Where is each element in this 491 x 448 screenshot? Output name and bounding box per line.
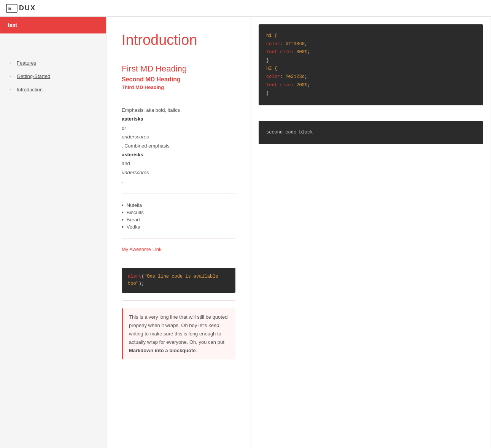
blockquote: This is a very long line that will still… <box>122 308 235 359</box>
chevron-right-icon: › <box>8 74 13 79</box>
code-text-2: second code block <box>266 130 313 135</box>
svg-text:⊠: ⊠ <box>8 6 11 11</box>
code-line: } <box>266 57 475 65</box>
blockquote-end: . <box>196 348 197 353</box>
code-line: font-size: 200%; <box>266 81 475 90</box>
chevron-right-icon: › <box>8 87 13 92</box>
divider-1 <box>122 56 235 56</box>
right-panel: h1 { color: #ff3860; font-size: 300%; } … <box>251 17 491 448</box>
emphasis-section: Emphasis, aka bold, italics asterisks or… <box>122 106 235 186</box>
code-line: h1 { <box>266 32 475 40</box>
divider-right-1 <box>259 113 483 113</box>
blockquote-bold: Markdown into a blockquote <box>129 348 196 353</box>
divider-2 <box>122 98 235 98</box>
chevron-right-icon: › <box>8 60 13 66</box>
sidebar-item-features[interactable]: › Features <box>0 56 106 70</box>
sidebar-label-getting-started: Getting-Started <box>17 73 50 79</box>
md-heading-3: Third MD Heading <box>122 84 235 90</box>
sidebar-item-getting-started[interactable]: › Getting-Started <box>0 70 106 83</box>
sidebar-spacer <box>0 33 106 56</box>
inline-code-block: alert("One line code is available too"); <box>122 268 235 293</box>
logo-text: DUX <box>19 4 36 12</box>
right-code-block-1: h1 { color: #ff3860; font-size: 300%; } … <box>259 24 483 105</box>
italic-text-1: underscores <box>122 134 149 140</box>
layout: test › Features › Getting-Started › Intr… <box>0 17 491 448</box>
main-wrapper: Introduction First MD Heading Second MD … <box>106 17 491 448</box>
header: ⊠ DUX <box>0 0 491 17</box>
or-text: or <box>122 124 235 132</box>
divider-4 <box>122 238 235 238</box>
page-title: Introduction <box>122 32 235 48</box>
list-item: Vodka <box>122 223 235 230</box>
main-content: Introduction First MD Heading Second MD … <box>106 17 251 448</box>
sidebar-label-introduction: Introduction <box>17 87 43 92</box>
divider-6 <box>122 300 235 301</box>
logo-icon: ⊠ <box>6 4 17 13</box>
code-line: color: #e2123c; <box>266 73 475 81</box>
sidebar-item-introduction[interactable]: › Introduction <box>0 83 106 96</box>
blockquote-text: This is a very long line that will still… <box>129 314 227 345</box>
period-text: . <box>122 177 235 186</box>
list-item: Biscuits <box>122 209 235 216</box>
bold-text-1: asterisks <box>122 116 143 122</box>
code-line: color: #ff3860; <box>266 40 475 49</box>
md-heading-2: Second MD Heading <box>122 76 235 83</box>
divider-3 <box>122 194 235 194</box>
divider-5 <box>122 260 235 260</box>
bold-text-2: asterisks <box>122 152 143 157</box>
right-code-block-2: second code block <box>259 121 483 145</box>
sidebar-label-features: Features <box>17 60 36 66</box>
code-keyword: alert <box>128 274 141 279</box>
md-heading-1: First MD Heading <box>122 64 235 74</box>
emphasis-heading: Emphasis, aka bold, italics <box>122 106 235 114</box>
code-line: } <box>266 89 475 98</box>
code-line: h2 { <box>266 65 475 73</box>
sidebar-project[interactable]: test <box>0 17 106 33</box>
sidebar: test › Features › Getting-Started › Intr… <box>0 17 106 448</box>
and-text: and <box>122 159 235 168</box>
combined-text: . Combined emphasis <box>122 141 235 150</box>
italic-text-2: underscores <box>122 170 149 175</box>
list-item: Bread <box>122 216 235 223</box>
md-list: Nutella Biscuits Bread Vodka <box>122 202 235 230</box>
awesome-link[interactable]: My Awesome Link <box>122 246 162 252</box>
code-line: font-size: 300%; <box>266 48 475 57</box>
logo[interactable]: ⊠ DUX <box>6 4 36 13</box>
list-item: Nutella <box>122 202 235 209</box>
